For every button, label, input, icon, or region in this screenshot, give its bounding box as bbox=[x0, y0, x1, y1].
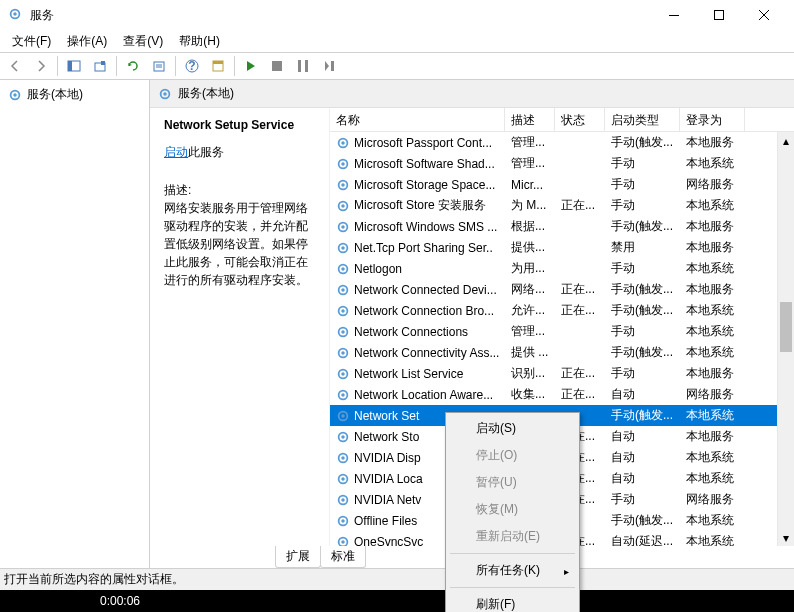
scroll-up-icon[interactable]: ▴ bbox=[778, 132, 794, 149]
pane-header: 服务(本地) bbox=[150, 80, 794, 108]
ctx-stop[interactable]: 停止(O) bbox=[448, 442, 577, 469]
cell-start: 自动(延迟... bbox=[605, 531, 680, 546]
col-start[interactable]: 启动类型 bbox=[605, 108, 680, 131]
svg-point-58 bbox=[341, 477, 345, 481]
scroll-down-icon[interactable]: ▾ bbox=[778, 529, 794, 546]
service-row[interactable]: Microsoft Windows SMS ...根据...手动(触发...本地… bbox=[330, 216, 794, 237]
svg-rect-17 bbox=[272, 61, 282, 71]
service-row[interactable]: Network Connections管理...手动本地系统 bbox=[330, 321, 794, 342]
cell-status: 正在... bbox=[555, 384, 605, 405]
menu-file[interactable]: 文件(F) bbox=[4, 31, 59, 52]
ctx-resume[interactable]: 恢复(M) bbox=[448, 496, 577, 523]
properties-button[interactable] bbox=[206, 54, 230, 78]
cell-name: Microsoft Windows SMS ... bbox=[330, 218, 505, 236]
pause-service-button[interactable] bbox=[291, 54, 315, 78]
service-row[interactable]: Net.Tcp Port Sharing Ser..提供...禁用本地服务 bbox=[330, 237, 794, 258]
titlebar: 服务 bbox=[0, 0, 794, 30]
maximize-button[interactable] bbox=[696, 1, 741, 30]
svg-point-50 bbox=[341, 393, 345, 397]
cell-name: Microsoft Store 安装服务 bbox=[330, 195, 505, 216]
forward-button[interactable] bbox=[29, 54, 53, 78]
cell-logon: 本地服务 bbox=[680, 237, 745, 258]
back-button[interactable] bbox=[3, 54, 27, 78]
svg-point-36 bbox=[341, 246, 345, 250]
detail-desc-label: 描述: bbox=[164, 181, 319, 199]
svg-point-28 bbox=[341, 162, 345, 166]
cell-name: Network Connection Bro... bbox=[330, 302, 505, 320]
restart-service-button[interactable] bbox=[317, 54, 341, 78]
cell-logon: 本地系统 bbox=[680, 258, 745, 279]
cell-name: Network Connections bbox=[330, 323, 505, 341]
svg-point-44 bbox=[341, 330, 345, 334]
col-desc[interactable]: 描述 bbox=[505, 108, 555, 131]
service-row[interactable]: Microsoft Passport Cont...管理...手动(触发...本… bbox=[330, 132, 794, 153]
tab-extended[interactable]: 扩展 bbox=[275, 546, 321, 568]
ctx-sep bbox=[450, 553, 575, 554]
cell-start: 自动 bbox=[605, 468, 680, 489]
service-row[interactable]: Microsoft Software Shad...管理...手动本地系统 bbox=[330, 153, 794, 174]
ctx-pause[interactable]: 暂停(U) bbox=[448, 469, 577, 496]
service-row[interactable]: Network Connected Devi...网络...正在...手动(触发… bbox=[330, 279, 794, 300]
app-icon bbox=[8, 7, 24, 23]
menu-action[interactable]: 操作(A) bbox=[59, 31, 115, 52]
svg-point-52 bbox=[341, 414, 345, 418]
cell-start: 自动 bbox=[605, 384, 680, 405]
menu-help[interactable]: 帮助(H) bbox=[171, 31, 228, 52]
svg-point-40 bbox=[341, 288, 345, 292]
service-row[interactable]: Microsoft Store 安装服务为 M...正在...手动本地系统 bbox=[330, 195, 794, 216]
menubar: 文件(F) 操作(A) 查看(V) 帮助(H) bbox=[0, 30, 794, 52]
col-logon[interactable]: 登录为 bbox=[680, 108, 745, 131]
export-button[interactable] bbox=[88, 54, 112, 78]
svg-point-64 bbox=[341, 540, 345, 544]
service-row[interactable]: Netlogon为用...手动本地系统 bbox=[330, 258, 794, 279]
cell-name: Network Connected Devi... bbox=[330, 281, 505, 299]
cell-desc: Micr... bbox=[505, 176, 555, 194]
ctx-start[interactable]: 启动(S) bbox=[448, 415, 577, 442]
show-hide-button[interactable] bbox=[62, 54, 86, 78]
service-row[interactable]: Network Connectivity Ass...提供 ...手动(触发..… bbox=[330, 342, 794, 363]
cell-status: 正在... bbox=[555, 300, 605, 321]
svg-point-22 bbox=[13, 93, 17, 97]
minimize-button[interactable] bbox=[651, 1, 696, 30]
refresh-button[interactable] bbox=[121, 54, 145, 78]
service-row[interactable]: Network Location Aware...收集...正在...自动网络服… bbox=[330, 384, 794, 405]
time-display: 0:00:06 bbox=[100, 594, 140, 608]
cell-logon: 本地系统 bbox=[680, 510, 745, 531]
col-name[interactable]: 名称 bbox=[330, 108, 505, 131]
cell-name: Net.Tcp Port Sharing Ser.. bbox=[330, 239, 505, 257]
cell-start: 手动 bbox=[605, 195, 680, 216]
col-status[interactable]: 状态 bbox=[555, 108, 605, 131]
start-service-button[interactable] bbox=[239, 54, 263, 78]
svg-point-32 bbox=[341, 204, 345, 208]
tree-root-item[interactable]: 服务(本地) bbox=[4, 84, 145, 105]
scrollbar[interactable]: ▴ ▾ bbox=[777, 132, 794, 546]
stop-service-button[interactable] bbox=[265, 54, 289, 78]
svg-rect-16 bbox=[213, 61, 223, 64]
svg-point-38 bbox=[341, 267, 345, 271]
svg-rect-18 bbox=[298, 60, 301, 72]
ctx-restart[interactable]: 重新启动(E) bbox=[448, 523, 577, 550]
scroll-thumb[interactable] bbox=[780, 302, 792, 352]
svg-rect-7 bbox=[68, 61, 72, 71]
cell-start: 手动 bbox=[605, 489, 680, 510]
cell-desc: 识别... bbox=[505, 363, 555, 384]
tab-standard[interactable]: 标准 bbox=[320, 546, 366, 568]
ctx-alltasks[interactable]: 所有任务(K)▸ bbox=[448, 557, 577, 584]
export-list-button[interactable] bbox=[147, 54, 171, 78]
cell-start: 手动(触发... bbox=[605, 405, 680, 426]
start-link[interactable]: 启动 bbox=[164, 145, 188, 159]
cell-desc: 收集... bbox=[505, 384, 555, 405]
svg-point-24 bbox=[163, 92, 167, 96]
ctx-refresh[interactable]: 刷新(F) bbox=[448, 591, 577, 612]
svg-point-46 bbox=[341, 351, 345, 355]
close-button[interactable] bbox=[741, 1, 786, 30]
service-row[interactable]: Network Connection Bro...允许...正在...手动(触发… bbox=[330, 300, 794, 321]
svg-rect-20 bbox=[331, 61, 334, 71]
service-row[interactable]: Microsoft Storage Space...Micr...手动网络服务 bbox=[330, 174, 794, 195]
help-button[interactable]: ? bbox=[180, 54, 204, 78]
cell-start: 手动(触发... bbox=[605, 279, 680, 300]
menu-view[interactable]: 查看(V) bbox=[115, 31, 171, 52]
cell-logon: 本地系统 bbox=[680, 321, 745, 342]
service-row[interactable]: Network List Service识别...正在...手动本地服务 bbox=[330, 363, 794, 384]
cell-status bbox=[555, 183, 605, 187]
